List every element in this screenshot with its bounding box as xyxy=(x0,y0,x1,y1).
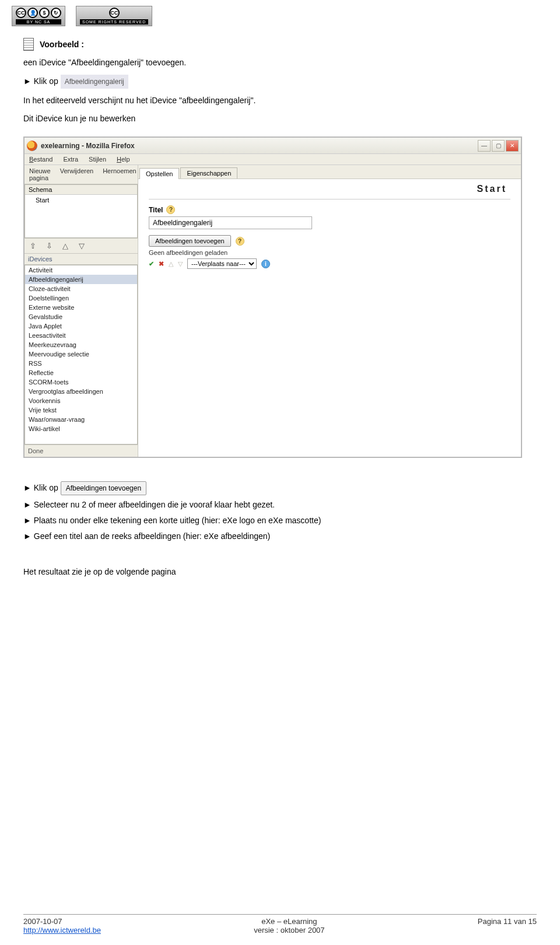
tab-opstellen[interactable]: Opstellen xyxy=(139,168,179,179)
footer-version: versie : oktober 2007 xyxy=(254,926,324,935)
firefox-icon xyxy=(27,141,37,151)
left-actions: Nieuwe pagina Verwijderen Hernoemen xyxy=(24,165,138,184)
info-icon[interactable]: i xyxy=(261,260,270,268)
titel-input[interactable] xyxy=(149,216,312,229)
intro-line-4: Dit iDevice kun je nu bewerken xyxy=(23,113,537,125)
footer-url[interactable]: http://www.ictwereld.be xyxy=(23,926,101,935)
schema-tree: Schema Start xyxy=(24,184,138,238)
demote-icon[interactable]: ⇩ xyxy=(44,242,54,250)
step-select: ► Selecteer nu 2 of meer afbeeldingen di… xyxy=(23,499,537,511)
promote-icon[interactable]: ⇧ xyxy=(28,242,37,250)
status-done: Done xyxy=(24,444,138,457)
menu-stijlen[interactable]: Stijlen xyxy=(89,156,106,163)
help-icon[interactable]: ? xyxy=(166,205,175,214)
outline-toolbar: ⇧ ⇩ △ ▽ xyxy=(24,238,138,254)
chip-afbeeldingengalerij: Afbeeldingengalerij xyxy=(61,75,128,89)
menu-help[interactable]: Help xyxy=(117,156,130,163)
delete-icon[interactable]: ✖ xyxy=(159,260,164,268)
footer-date: 2007-10-07 xyxy=(23,917,101,926)
intro-line-3: In het editeerveld verschijnt nu het iDe… xyxy=(23,94,537,107)
idev-item[interactable]: Vergrootglas afbeeldingen xyxy=(25,387,137,396)
idevices-header: iDevices xyxy=(24,254,138,265)
window-title: exelearning - Mozilla Firefox xyxy=(41,142,135,150)
maximize-button[interactable]: ▢ xyxy=(492,140,505,152)
idev-item[interactable]: Voorkennis xyxy=(25,396,137,405)
footer-title: eXe – eLearning xyxy=(254,917,324,926)
idev-item[interactable]: Externe website xyxy=(25,303,137,312)
field-label-titel: Titel ? xyxy=(149,205,510,214)
idev-item[interactable]: Meervoudige selectie xyxy=(25,349,137,359)
move-down-icon[interactable]: ▽ xyxy=(77,242,86,250)
no-images-status: Geen afbeeldingen geladen xyxy=(149,249,510,256)
idev-item[interactable]: Leesactiviteit xyxy=(25,331,137,340)
cc-by-nc-sa-badge: CC 👤 $ ↻ BY NC SA xyxy=(12,6,65,26)
cc-some-rights-badge: CC SOME RIGHTS RESERVED xyxy=(76,6,152,26)
move-select[interactable]: ---Verplaats naar--- xyxy=(187,258,257,269)
add-images-button[interactable]: Afbeeldingen toevoegen xyxy=(149,235,231,247)
section-heading-label: Voorbeeld : xyxy=(40,40,84,49)
tab-eigenschappen[interactable]: Eigenschappen xyxy=(180,167,237,178)
minimize-button[interactable]: — xyxy=(478,140,491,152)
idev-item[interactable]: Cloze-activiteit xyxy=(25,284,137,293)
close-button[interactable]: ✕ xyxy=(506,140,519,152)
step-klik-op-1: ► Klik op Afbeeldingengalerij xyxy=(23,75,537,89)
idev-item[interactable]: Meerkeuzevraag xyxy=(25,340,137,349)
tabs: Opstellen Eigenschappen xyxy=(138,165,521,179)
schema-item-start[interactable]: Start xyxy=(25,195,137,205)
menubar: Bestand Extra Stijlen Help xyxy=(24,154,521,165)
doc-icon xyxy=(23,38,34,51)
idev-item[interactable]: Vrije tekst xyxy=(25,405,137,415)
page-footer: 2007-10-07 http://www.ictwereld.be eXe –… xyxy=(23,914,537,935)
action-hernoemen[interactable]: Hernoemen xyxy=(103,167,136,181)
menu-extra[interactable]: Extra xyxy=(63,156,78,163)
section-heading: Voorbeeld : xyxy=(23,38,537,51)
device-action-row: ✔ ✖ △ ▽ ---Verplaats naar--- i xyxy=(149,258,510,269)
license-badges: CC 👤 $ ↻ BY NC SA CC SOME RIGHTS RESERVE… xyxy=(12,6,537,26)
window-titlebar: exelearning - Mozilla Firefox — ▢ ✕ xyxy=(24,138,521,154)
idev-item[interactable]: RSS xyxy=(25,359,137,368)
footer-page: Pagina 11 van 15 xyxy=(478,917,537,926)
idev-item[interactable]: Gevalstudie xyxy=(25,312,137,321)
result-line: Het resultaat zie je op de volgende pagi… xyxy=(23,566,537,578)
idev-item-selected[interactable]: Afbeeldingengalerij xyxy=(25,275,137,284)
idev-item[interactable]: Reflectie xyxy=(25,368,137,377)
idev-item[interactable]: Doelstellingen xyxy=(25,293,137,303)
idev-item[interactable]: Wiki-artikel xyxy=(25,424,137,433)
move-down-icon[interactable]: ▽ xyxy=(178,260,183,268)
page-title-start: Start xyxy=(477,184,507,194)
schema-header: Schema xyxy=(25,185,137,195)
help-icon[interactable]: ? xyxy=(236,237,244,246)
idevices-list: Activiteit Afbeeldingengalerij Cloze-act… xyxy=(24,265,138,444)
action-verwijderen[interactable]: Verwijderen xyxy=(60,167,93,181)
idev-item[interactable]: SCORM-toets xyxy=(25,377,137,387)
move-up-icon[interactable]: △ xyxy=(61,242,70,250)
menu-bestand[interactable]: Bestand xyxy=(29,156,52,163)
screenshot-exelearning: exelearning - Mozilla Firefox — ▢ ✕ Best… xyxy=(23,136,522,458)
step-plaats: ► Plaats nu onder elke tekening een kort… xyxy=(23,514,537,527)
step-geef: ► Geef een titel aan de reeks afbeelding… xyxy=(23,530,537,542)
intro-line-1: een iDevice "Afbeeldingengalerij" toevoe… xyxy=(23,57,537,69)
idev-item[interactable]: Java Applet xyxy=(25,321,137,331)
idev-item[interactable]: Waar/onwaar-vraag xyxy=(25,415,137,424)
step-klik-op-2: ► Klik op Afbeeldingen toevoegen xyxy=(23,481,537,495)
idev-item[interactable]: Activiteit xyxy=(25,265,137,275)
move-up-icon[interactable]: △ xyxy=(169,260,173,268)
action-nieuwe-pagina[interactable]: Nieuwe pagina xyxy=(29,167,51,181)
confirm-icon[interactable]: ✔ xyxy=(149,260,154,268)
btn-inline-afbeeld: Afbeeldingen toevoegen xyxy=(61,481,146,495)
